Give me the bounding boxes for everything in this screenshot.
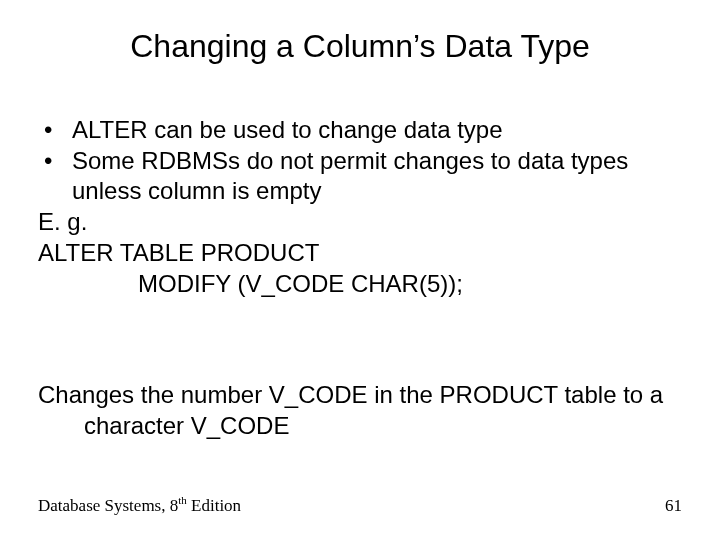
description-text: Changes the number V_CODE in the PRODUCT…: [38, 380, 682, 441]
description-paragraph: Changes the number V_CODE in the PRODUCT…: [38, 380, 682, 441]
slide-title: Changing a Column’s Data Type: [0, 28, 720, 65]
footer-text-sup: th: [178, 494, 187, 506]
footer-source: Database Systems, 8th Edition: [38, 494, 241, 516]
bullet-dot-icon: •: [38, 115, 72, 146]
bullet-text: ALTER can be used to change data type: [72, 115, 682, 146]
sql-line: MODIFY (V_CODE CHAR(5));: [38, 269, 682, 300]
sql-line: ALTER TABLE PRODUCT: [38, 238, 682, 269]
bullet-item: • ALTER can be used to change data type: [38, 115, 682, 146]
page-number: 61: [665, 496, 682, 516]
bullet-text: Some RDBMSs do not permit changes to dat…: [72, 146, 682, 207]
bullet-dot-icon: •: [38, 146, 72, 177]
example-label: E. g.: [38, 207, 682, 238]
footer-text-pre: Database Systems, 8: [38, 496, 178, 515]
slide: Changing a Column’s Data Type • ALTER ca…: [0, 0, 720, 540]
bullet-item: • Some RDBMSs do not permit changes to d…: [38, 146, 682, 207]
footer-text-post: Edition: [187, 496, 241, 515]
slide-body: • ALTER can be used to change data type …: [38, 115, 682, 299]
